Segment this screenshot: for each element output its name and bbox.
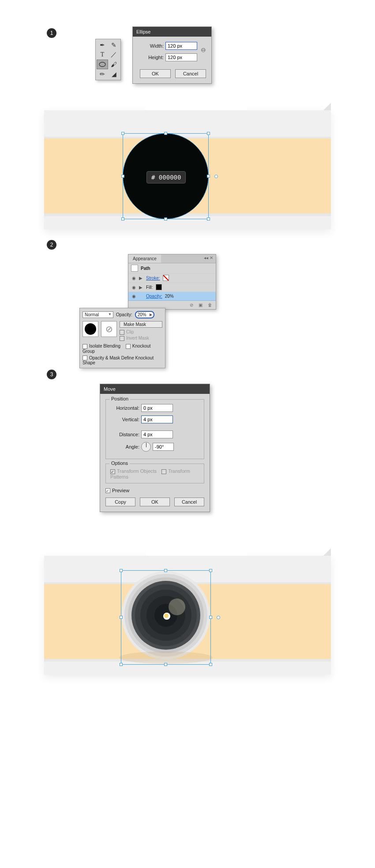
ellipse-dialog: Ellipse Width: Height: ⊖ OK Cancel — [132, 26, 212, 84]
resize-handle[interactable] — [121, 132, 124, 135]
move-dialog-title: Move — [100, 384, 210, 394]
step-badge-1: 1 — [47, 28, 56, 38]
selection-bounding-box[interactable] — [123, 133, 209, 219]
panel-close-icon[interactable]: ◂◂ ✕ — [201, 254, 216, 263]
ok-button[interactable]: OK — [140, 498, 170, 506]
step-badge-3: 3 — [47, 370, 56, 379]
clip-checkbox-label: Clip — [126, 329, 134, 334]
step-badge-2: 2 — [47, 240, 56, 250]
resize-handle[interactable] — [209, 616, 212, 619]
blend-mode-select[interactable]: Normal — [82, 311, 113, 318]
svg-point-0 — [99, 62, 105, 67]
resize-handle[interactable] — [207, 175, 210, 178]
opacity-mask-knockout-checkbox[interactable] — [82, 355, 87, 360]
vertical-label: Vertical: — [110, 417, 139, 422]
cancel-button[interactable]: Cancel — [174, 498, 204, 506]
appearance-panel: Appearance ◂◂ ✕ Path ◉ ▶ Stroke: ◉ ▶ Fil… — [128, 254, 216, 310]
resize-handle[interactable] — [207, 132, 210, 135]
preview-checkbox[interactable] — [105, 488, 110, 493]
horizontal-label: Horizontal: — [110, 405, 139, 411]
resize-handle[interactable] — [120, 663, 123, 666]
transparency-panel: Normal Opacity: 20% ⊘ Make Mask Clip Inv… — [79, 308, 165, 368]
position-group-label: Position — [109, 396, 130, 401]
object-thumbnail[interactable] — [82, 321, 98, 337]
ok-button[interactable]: OK — [140, 69, 171, 78]
brush-tool-icon[interactable]: ✎ — [108, 40, 120, 50]
copy-button[interactable]: Copy — [105, 498, 135, 506]
line-tool-icon[interactable]: ／ — [108, 50, 120, 60]
eraser-tool-icon[interactable]: ◢ — [108, 69, 120, 79]
new-icon[interactable]: ▣ — [199, 303, 202, 307]
resize-handle[interactable] — [164, 569, 167, 572]
visibility-icon[interactable]: ◉ — [131, 294, 136, 299]
disclosure-icon[interactable]: ▶ — [139, 285, 143, 290]
stroke-label[interactable]: Stroke: — [146, 276, 160, 281]
distance-input[interactable] — [141, 430, 173, 438]
transform-objects-checkbox-label: Transform Objects — [117, 468, 157, 474]
artboard: # 000000 — [44, 110, 331, 229]
resize-handle[interactable] — [209, 569, 212, 572]
distance-label: Distance: — [110, 432, 139, 437]
resize-handle[interactable] — [121, 175, 124, 178]
visibility-icon[interactable]: ◉ — [131, 285, 136, 290]
resize-handle[interactable] — [164, 132, 167, 135]
resize-handle[interactable] — [121, 217, 124, 221]
opacity-input[interactable]: 20% — [135, 311, 154, 318]
options-group-label: Options — [109, 460, 130, 466]
vertical-input[interactable] — [141, 415, 173, 423]
resize-handle[interactable] — [207, 217, 210, 221]
pencil-tool-icon[interactable]: ✏ — [97, 69, 108, 79]
path-label: Path — [141, 266, 150, 271]
preview-label: Preview — [112, 488, 129, 493]
knockout-group-checkbox[interactable] — [126, 344, 131, 349]
rotate-handle[interactable] — [217, 616, 220, 619]
visibility-icon[interactable]: ◉ — [131, 276, 136, 281]
opacity-label: Opacity: — [116, 312, 132, 317]
angle-label: Angle: — [110, 444, 139, 449]
appearance-tab[interactable]: Appearance — [128, 254, 161, 263]
tools-palette: ✒ ✎ T ／ 🖌 ✏ ◢ — [95, 39, 121, 80]
angle-dial[interactable] — [141, 442, 151, 452]
paintbrush-tool-icon[interactable]: 🖌 — [108, 60, 120, 69]
height-label: Height: — [138, 55, 164, 60]
link-dimensions-icon[interactable]: ⊖ — [199, 42, 206, 53]
selection-bounding-box[interactable] — [121, 570, 211, 665]
width-input[interactable] — [165, 42, 197, 50]
trash-icon[interactable]: 🗑 — [208, 303, 212, 307]
invert-mask-checkbox-label: Invert Mask — [126, 336, 149, 340]
horizontal-input[interactable] — [141, 404, 173, 412]
opacity-label[interactable]: Opacity: — [146, 294, 162, 299]
mask-thumbnail[interactable]: ⊘ — [101, 321, 117, 337]
rotate-handle[interactable] — [214, 175, 218, 178]
make-mask-button[interactable]: Make Mask — [120, 321, 162, 328]
resize-handle[interactable] — [164, 663, 167, 666]
angle-input[interactable] — [153, 443, 174, 451]
opacity-value: 20% — [165, 294, 174, 299]
resize-handle[interactable] — [120, 569, 123, 572]
pen-tool-icon[interactable]: ✒ — [97, 40, 108, 50]
no-icon[interactable]: ⊘ — [190, 303, 193, 307]
stroke-swatch[interactable] — [163, 275, 169, 281]
move-dialog: Move Position Horizontal: Vertical: Dist… — [100, 384, 210, 512]
cancel-button[interactable]: Cancel — [175, 69, 206, 78]
resize-handle[interactable] — [164, 217, 167, 221]
fill-swatch[interactable] — [156, 284, 162, 290]
artboard — [44, 556, 331, 675]
ellipse-dialog-title: Ellipse — [133, 27, 211, 37]
resize-handle[interactable] — [120, 616, 123, 619]
isolate-blending-checkbox[interactable] — [82, 344, 87, 349]
type-tool-icon[interactable]: T — [97, 50, 108, 60]
disclosure-icon[interactable]: ▶ — [139, 276, 143, 281]
ellipse-tool-icon[interactable] — [97, 60, 108, 69]
height-input[interactable] — [165, 53, 197, 61]
width-label: Width: — [138, 43, 164, 49]
resize-handle[interactable] — [209, 663, 212, 666]
fill-label: Fill: — [146, 285, 153, 290]
